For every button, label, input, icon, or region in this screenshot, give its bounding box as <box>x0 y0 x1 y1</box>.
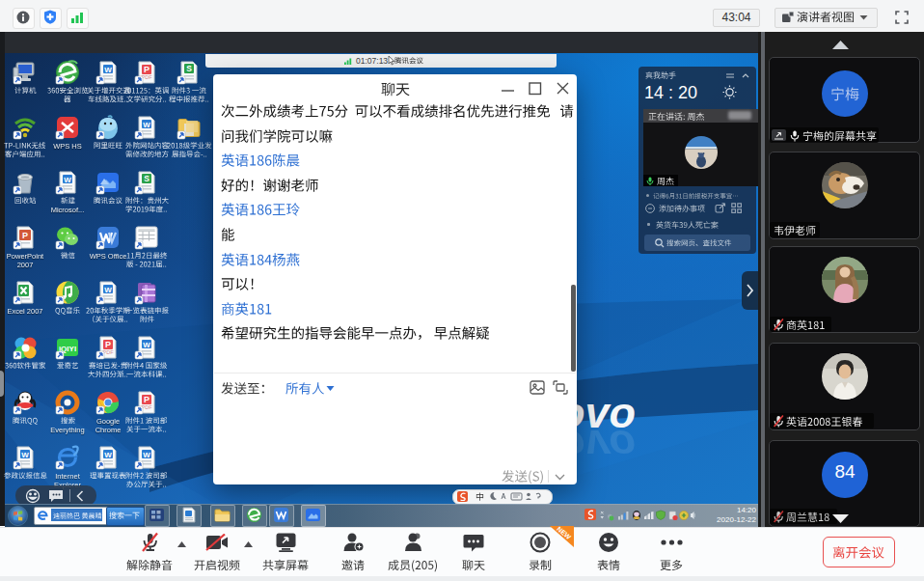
svg-text:W: W <box>143 341 150 349</box>
svg-text:W: W <box>104 451 112 459</box>
svg-text:W: W <box>104 286 112 294</box>
svg-text:W: W <box>21 451 29 459</box>
svg-text:P: P <box>144 395 149 404</box>
svg-text:P: P <box>144 65 149 74</box>
svg-text:P: P <box>22 231 28 240</box>
svg-text:S: S <box>186 64 192 73</box>
svg-text:W: W <box>143 121 150 129</box>
svg-text:S: S <box>144 174 149 183</box>
svg-text:W: W <box>104 66 112 74</box>
svg-text:W: W <box>64 176 71 184</box>
svg-text:P: P <box>105 340 111 349</box>
svg-text:W: W <box>143 451 150 459</box>
